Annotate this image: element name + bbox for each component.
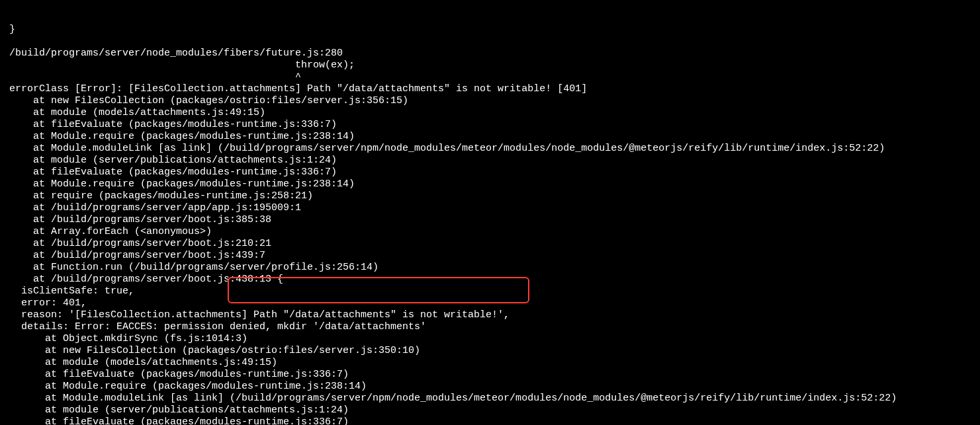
terminal-line: at Object.mkdirSync (fs.js:1014:3) [9,333,971,345]
terminal-line: at require (packages/modules-runtime.js:… [9,190,971,202]
terminal-line: reason: '[FilesCollection.attachments] P… [9,309,971,321]
terminal-line: at module (models/attachments.js:49:15) [9,357,971,369]
terminal-output: } /build/programs/server/node_modules/fi… [0,0,980,425]
terminal-line: ^ [9,71,971,83]
terminal-line: at fileEvaluate (packages/modules-runtim… [9,119,971,131]
terminal-line: at Module.require (packages/modules-runt… [9,178,971,190]
terminal-line: at fileEvaluate (packages/modules-runtim… [9,369,971,381]
terminal-line: at module (server/publications/attachmen… [9,405,971,416]
terminal-line: at module (server/publications/attachmen… [9,155,971,167]
terminal-line: at /build/programs/server/boot.js:210:21 [9,238,971,250]
terminal-line: error: 401, [9,297,971,309]
terminal-line: errorClass [Error]: [FilesCollection.att… [9,83,971,95]
terminal-line: throw(ex); [9,59,971,71]
terminal-line: details: Error: EACCES: permission denie… [9,321,971,333]
terminal-line [9,36,971,48]
terminal-line: at Function.run (/build/programs/server/… [9,262,971,274]
terminal-line: at Module.moduleLink [as link] (/build/p… [9,143,971,155]
terminal-line: at /build/programs/server/boot.js:439:7 [9,250,971,262]
terminal-line: at new FilesCollection (packages/ostrio:… [9,345,971,357]
terminal-line: at Array.forEach (<anonymous>) [9,226,971,238]
terminal-line: isClientSafe: true, [9,286,971,297]
terminal-line: at Module.require (packages/modules-runt… [9,131,971,143]
terminal-line: at fileEvaluate (packages/modules-runtim… [9,167,971,178]
terminal-line: at Module.moduleLink [as link] (/build/p… [9,393,971,405]
terminal-line: } [9,24,971,36]
terminal-line: at /build/programs/server/boot.js:385:38 [9,214,971,226]
terminal-lines: } /build/programs/server/node_modules/fi… [9,24,971,425]
terminal-line: at fileEvaluate (packages/modules-runtim… [9,416,971,425]
terminal-line: /build/programs/server/node_modules/fibe… [9,48,971,59]
terminal-line: at /build/programs/server/boot.js:438:13… [9,274,971,286]
terminal-line: at module (models/attachments.js:49:15) [9,107,971,119]
terminal-line: at new FilesCollection (packages/ostrio:… [9,95,971,107]
terminal-line: at Module.require (packages/modules-runt… [9,381,971,393]
terminal-line: at /build/programs/server/app/app.js:195… [9,202,971,214]
